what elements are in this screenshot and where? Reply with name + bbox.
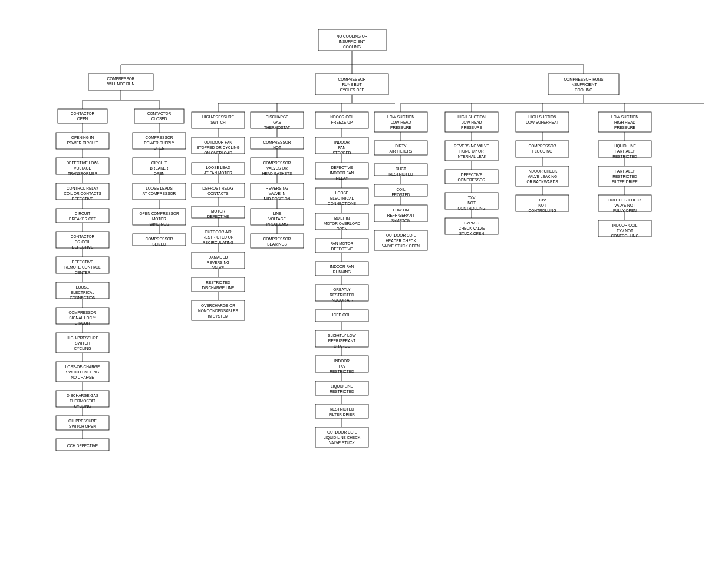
svg-text:NO CHARGE: NO CHARGE (71, 375, 94, 379)
svg-text:CHECK VALVE: CHECK VALVE (459, 226, 485, 230)
svg-text:DEFECTIVE: DEFECTIVE (72, 260, 94, 264)
svg-text:RESTRICTED: RESTRICTED (330, 407, 354, 411)
svg-text:VOLTAGE: VOLTAGE (268, 217, 286, 221)
svg-text:PRESSURE: PRESSURE (461, 125, 482, 130)
svg-text:RUNNING: RUNNING (333, 270, 351, 274)
svg-text:COMPRESSOR: COMPRESSOR (263, 140, 291, 144)
svg-text:CONTROLLING: CONTROLLING (529, 209, 556, 213)
svg-text:HUNG UP OR: HUNG UP OR (459, 149, 484, 153)
svg-text:NOT: NOT (467, 201, 476, 205)
svg-text:DEFECTIVE: DEFECTIVE (331, 166, 353, 170)
svg-text:OUTDOOR CHECK: OUTDOOR CHECK (608, 198, 642, 202)
svg-text:LIQUID LINE: LIQUID LINE (614, 144, 637, 148)
svg-text:OVERCHARGE OR: OVERCHARGE OR (201, 303, 235, 308)
svg-text:VOLTAGE: VOLTAGE (74, 166, 91, 170)
svg-text:LOW ON: LOW ON (393, 208, 409, 212)
svg-text:RESTRICTED: RESTRICTED (612, 174, 637, 178)
svg-text:COMPRESSOR: COMPRESSOR (338, 77, 366, 81)
svg-text:COOLING: COOLING (343, 45, 361, 49)
svg-text:PARTIALLY: PARTIALLY (615, 149, 635, 153)
svg-text:REFRIGERANT: REFRIGERANT (387, 213, 415, 217)
svg-text:COMPRESSOR RUNS: COMPRESSOR RUNS (564, 77, 604, 81)
svg-text:DISCHARGE LINE: DISCHARGE LINE (202, 286, 235, 290)
svg-text:COMPRESSOR: COMPRESSOR (263, 237, 291, 241)
svg-text:OUTDOOR COIL: OUTDOOR COIL (386, 233, 416, 237)
svg-text:CIRCUIT: CIRCUIT (151, 161, 167, 165)
svg-text:OUTDOOR COIL: OUTDOOR COIL (327, 430, 357, 434)
svg-text:DEFECTIVE: DEFECTIVE (331, 247, 353, 251)
svg-text:GREATLY: GREATLY (333, 287, 351, 292)
svg-text:CYCLING: CYCLING (74, 346, 91, 351)
svg-text:HIGH HEAD: HIGH HEAD (614, 120, 635, 124)
svg-text:COMPRESSOR: COMPRESSOR (69, 310, 97, 315)
svg-text:LINE: LINE (273, 211, 282, 216)
svg-text:VALVE STUCK OPEN: VALVE STUCK OPEN (382, 244, 420, 248)
svg-text:POWER CIRCUIT: POWER CIRCUIT (67, 141, 98, 145)
svg-text:OUTDOOR FAN: OUTDOOR FAN (204, 140, 232, 144)
svg-text:REVERSING VALVE: REVERSING VALVE (454, 144, 490, 148)
svg-text:INDOOR FAN: INDOOR FAN (330, 265, 354, 269)
svg-text:INDOOR CHECK: INDOOR CHECK (528, 169, 558, 173)
svg-text:CONTROLLING: CONTROLLING (611, 234, 639, 238)
svg-text:DISCHARGE: DISCHARGE (266, 115, 289, 119)
svg-text:LOOSE: LOOSE (335, 191, 349, 195)
svg-text:REFRIGERANT: REFRIGERANT (328, 339, 356, 343)
svg-text:LOW HEAD: LOW HEAD (462, 120, 482, 124)
svg-text:POWER SUPPLY: POWER SUPPLY (144, 141, 174, 145)
svg-text:RESTRICTED: RESTRICTED (388, 172, 413, 176)
svg-text:HEADER CHECK: HEADER CHECK (386, 239, 416, 243)
page: NO COOLING OR INSUFFICIENT COOLING COMPR… (0, 0, 728, 562)
svg-text:LOOSE LEAD: LOOSE LEAD (206, 166, 230, 170)
svg-text:AT COMPRESSOR: AT COMPRESSOR (143, 191, 176, 196)
svg-text:TXV: TXV (468, 196, 476, 200)
svg-text:PRESSURE: PRESSURE (614, 125, 635, 130)
svg-text:OR BACKWARDS: OR BACKWARDS (526, 180, 558, 184)
svg-text:BYPASS: BYPASS (464, 221, 479, 225)
svg-text:REMOTE CONTROL: REMOTE CONTROL (64, 265, 101, 269)
svg-text:INDOOR FAN: INDOOR FAN (330, 171, 354, 175)
svg-text:ICED COIL: ICED COIL (332, 313, 352, 317)
svg-text:DUCT: DUCT (396, 167, 406, 171)
svg-text:COMPRESSOR: COMPRESSOR (529, 144, 556, 148)
svg-text:BREAKER OFF: BREAKER OFF (69, 217, 96, 221)
svg-text:HIGH-PRESSURE: HIGH-PRESSURE (202, 115, 235, 119)
svg-text:INTERNAL LEAK: INTERNAL LEAK (457, 154, 487, 158)
svg-text:BEARINGS: BEARINGS (267, 242, 287, 246)
svg-text:SLIGHTLY LOW: SLIGHTLY LOW (328, 333, 356, 338)
svg-text:STOPPED OR CYCLING: STOPPED OR CYCLING (196, 146, 239, 150)
svg-text:VALVE NOT: VALVE NOT (614, 203, 635, 207)
svg-text:REVERSING: REVERSING (266, 186, 288, 190)
svg-text:COMPRESSOR: COMPRESSOR (107, 77, 135, 81)
svg-text:SWITCH CYCLING: SWITCH CYCLING (66, 370, 99, 374)
svg-text:CONTROL RELAY: CONTROL RELAY (67, 186, 99, 190)
svg-text:GAS: GAS (273, 120, 281, 124)
svg-text:CIRCUIT: CIRCUIT (75, 211, 90, 216)
svg-text:AIR FILTERS: AIR FILTERS (390, 149, 413, 153)
svg-text:CONTACTOR: CONTACTOR (71, 111, 95, 115)
svg-text:SWITCH: SWITCH (210, 120, 226, 124)
svg-text:VALVE LEAKING: VALVE LEAKING (528, 174, 557, 178)
svg-text:LOSS-OF-CHARGE: LOSS-OF-CHARGE (65, 365, 100, 369)
svg-text:SWITCH: SWITCH (75, 341, 90, 345)
svg-text:LOOSE: LOOSE (76, 285, 90, 289)
svg-text:ELECTRICAL: ELECTRICAL (71, 290, 94, 295)
svg-text:RESTRICTED OR: RESTRICTED OR (202, 235, 233, 239)
svg-text:DEFECTIVE: DEFECTIVE (461, 173, 483, 177)
svg-text:RESTRICTED: RESTRICTED (330, 293, 354, 297)
svg-text:CONTACTOR: CONTACTOR (71, 234, 95, 239)
svg-text:INDOOR: INDOOR (334, 359, 350, 363)
svg-text:LOW HEAD: LOW HEAD (391, 120, 411, 124)
svg-text:HIGH SUCTION: HIGH SUCTION (528, 115, 556, 119)
svg-text:COMPRESSOR: COMPRESSOR (263, 161, 291, 165)
svg-text:DEFECTIVE LOW-: DEFECTIVE LOW- (66, 161, 98, 165)
svg-text:SEIZED: SEIZED (152, 242, 166, 246)
svg-text:LIQUID LINE CHECK: LIQUID LINE CHECK (324, 435, 361, 440)
svg-text:LOW SUPERHEAT: LOW SUPERHEAT (526, 120, 559, 124)
svg-text:COOLING: COOLING (575, 88, 592, 92)
flowchart: NO COOLING OR INSUFFICIENT COOLING COMPR… (12, 12, 716, 542)
svg-text:INDOOR: INDOOR (334, 140, 350, 144)
svg-text:COIL OR CONTACTS: COIL OR CONTACTS (64, 191, 101, 196)
svg-text:TXV NOT: TXV NOT (617, 229, 633, 233)
svg-text:DAMAGED: DAMAGED (209, 255, 228, 259)
svg-text:REVERSING: REVERSING (207, 260, 229, 265)
